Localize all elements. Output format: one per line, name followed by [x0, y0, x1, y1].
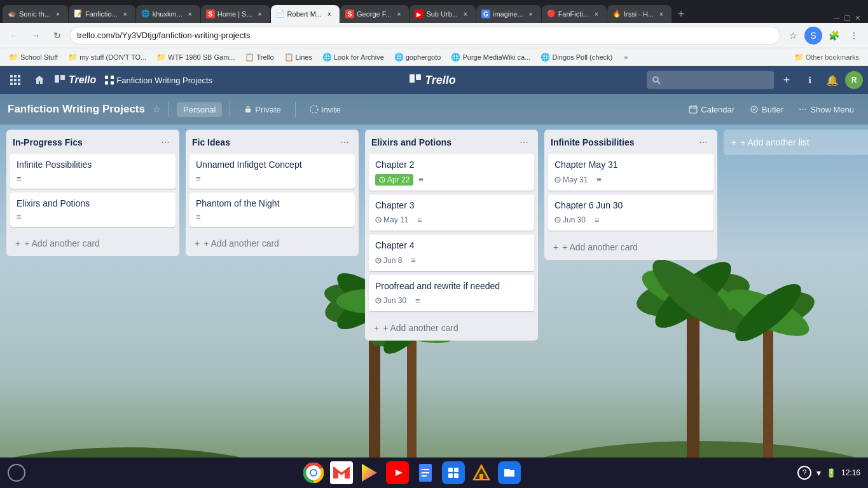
- bookmark-purge[interactable]: 🌐 Purge MediaWiki ca...: [447, 51, 534, 63]
- bookmark-button[interactable]: ☆: [784, 27, 802, 44]
- bookmark-gopher[interactable]: 🌐 gophergoto: [390, 51, 445, 63]
- list-menu-button-in-progress[interactable]: ···: [158, 135, 173, 150]
- tab-khuxkm[interactable]: 🌐 khuxkm... ×: [136, 5, 200, 23]
- system-clock: 12:16: [841, 468, 860, 477]
- tab-sonic[interactable]: 🦔 Sonic th... ×: [3, 5, 68, 23]
- show-menu-button[interactable]: ··· Show Menu: [792, 101, 860, 118]
- extension-button[interactable]: 🧩: [825, 27, 843, 44]
- private-tag[interactable]: Private: [238, 102, 287, 117]
- tab-robert[interactable]: 📄 Robert M... ×: [271, 5, 340, 23]
- taskbar-app6[interactable]: [442, 461, 465, 484]
- more-button[interactable]: ⋮: [845, 27, 863, 44]
- bookmark-trello[interactable]: 📋 Trello: [241, 51, 277, 63]
- help-circle[interactable]: ?: [797, 466, 811, 480]
- add-card-button-fic-ideas[interactable]: + + Add another card: [189, 234, 355, 252]
- folder-icon: 📁: [156, 53, 166, 62]
- taskbar-play[interactable]: [358, 461, 381, 484]
- search-bar[interactable]: [647, 71, 774, 89]
- list-menu-button-infinite[interactable]: ···: [696, 135, 711, 150]
- card-chapter-3[interactable]: Chapter 3 May 11 ≡: [369, 194, 534, 231]
- tab-title-imagine: imagine...: [493, 10, 523, 18]
- home-button[interactable]: [29, 70, 50, 90]
- tab-fanficti[interactable]: 🔴 FanFicti... ×: [542, 5, 607, 23]
- tab-close-fanficti[interactable]: ×: [591, 9, 602, 19]
- tab-close-sonic[interactable]: ×: [53, 9, 63, 19]
- card-title-chapter4: Chapter 4: [375, 240, 528, 252]
- new-tab-button[interactable]: +: [672, 5, 690, 23]
- svg-rect-6: [10, 83, 13, 85]
- tab-close-george[interactable]: ×: [394, 9, 404, 19]
- close-window-button[interactable]: ×: [855, 13, 860, 23]
- tab-imagine[interactable]: G imagine... ×: [476, 5, 541, 23]
- list-menu-button-fic-ideas[interactable]: ···: [337, 135, 352, 150]
- list-menu-button-elixirs[interactable]: ···: [516, 135, 532, 150]
- taskbar-youtube[interactable]: [386, 461, 409, 484]
- svg-rect-73: [454, 473, 458, 478]
- add-button[interactable]: +: [776, 70, 797, 90]
- add-another-list-button[interactable]: + + Add another list: [724, 130, 868, 155]
- tab-close-imagine[interactable]: ×: [526, 9, 536, 19]
- card-infinite-possibilities[interactable]: Infinite Possibilities ≡: [10, 154, 176, 189]
- board-star-button[interactable]: ☆: [153, 104, 161, 114]
- tab-home[interactable]: S Home | S... ×: [201, 5, 270, 23]
- notifications-button[interactable]: 🔔: [822, 70, 843, 90]
- minimize-button[interactable]: ─: [833, 13, 839, 23]
- info-button[interactable]: ℹ: [799, 70, 820, 90]
- personal-tag[interactable]: Personal: [177, 102, 222, 117]
- taskbar-chrome[interactable]: [302, 461, 325, 484]
- card-chapter-2[interactable]: Chapter 2 Apr 22 ≡: [369, 154, 534, 191]
- bookmark-wtf[interactable]: 📁 WTF 1980 SB Gam...: [153, 51, 238, 63]
- card-elixirs-potions[interactable]: Elixirs and Potions ≡: [10, 193, 176, 227]
- tab-close-robert[interactable]: ×: [324, 9, 334, 19]
- tab-irssi[interactable]: 🔥 Irssi - H... ×: [607, 5, 672, 23]
- trello-logo[interactable]: Trello: [53, 74, 96, 86]
- tab-sub[interactable]: ▶ Sub Urb... ×: [410, 5, 476, 23]
- bookmark-dingos[interactable]: 🌐 Dingos Poll (check): [537, 51, 616, 63]
- bookmark-school[interactable]: 📁 School Stuff: [5, 51, 62, 63]
- add-card-button-elixirs[interactable]: + + Add another card: [369, 319, 534, 337]
- tab-close-fanfiction[interactable]: ×: [120, 9, 130, 19]
- taskbar-files[interactable]: [498, 461, 521, 484]
- address-bar[interactable]: trello.com/b/Yy3VDtjg/fanfiction-writing…: [70, 27, 780, 44]
- maximize-button[interactable]: □: [844, 13, 850, 23]
- tab-close-khuxkm[interactable]: ×: [185, 9, 195, 19]
- card-phantom-night[interactable]: Phantom of the Night ≡: [189, 193, 355, 227]
- taskbar-docs[interactable]: [414, 461, 437, 484]
- taskbar-circle-button[interactable]: [8, 464, 25, 482]
- user-avatar[interactable]: R: [845, 71, 863, 89]
- add-card-button-in-progress[interactable]: + + Add another card: [10, 234, 176, 252]
- tab-fanfiction[interactable]: 📝 Fanfictio... ×: [69, 5, 135, 23]
- card-proofread[interactable]: Proofread and rewrite if needed Jun 30 ≡: [369, 275, 534, 312]
- bookmarks-overflow[interactable]: »: [624, 53, 628, 61]
- card-meta-unnamed: ≡: [196, 174, 348, 184]
- taskbar-gmail[interactable]: [330, 461, 353, 484]
- card-chapter-4[interactable]: Chapter 4 Jun 8 ≡: [369, 234, 534, 271]
- tab-close-sub[interactable]: ×: [460, 9, 471, 19]
- svg-rect-14: [105, 81, 108, 85]
- back-button[interactable]: ←: [5, 27, 23, 44]
- bookmark-lines[interactable]: 📋 Lines: [280, 51, 316, 63]
- tab-close-home[interactable]: ×: [255, 9, 265, 19]
- reload-button[interactable]: ↻: [48, 27, 66, 44]
- plus-icon4: +: [553, 242, 558, 252]
- bookmark-mystuff[interactable]: 📁 my stuff (DON'T TO...: [64, 51, 150, 63]
- butler-button[interactable]: Butler: [743, 102, 790, 117]
- tab-close-irssi[interactable]: ×: [656, 9, 666, 19]
- tab-george[interactable]: S George F... ×: [340, 5, 409, 23]
- bookmark-archive[interactable]: 🌐 Look for Archive: [319, 51, 388, 63]
- taskbar-vlc[interactable]: [470, 461, 493, 484]
- card-unnamed-infidget[interactable]: Unnamed Infidget Concept ≡: [189, 154, 355, 189]
- boards-button[interactable]: Fanfiction Writing Projects: [100, 70, 217, 90]
- add-card-button-infinite[interactable]: + + Add another card: [548, 238, 713, 256]
- bookmark-other[interactable]: 📁 Other bookmarks: [790, 51, 863, 63]
- card-chapter-6[interactable]: Chapter 6 Jun 30 Jun 30 ≡: [548, 194, 713, 231]
- grid-menu-button[interactable]: [5, 70, 25, 90]
- calendar-button[interactable]: Calendar: [682, 102, 741, 117]
- svg-rect-5: [18, 79, 20, 81]
- board-divider2: [230, 102, 230, 117]
- invite-button[interactable]: Invite: [303, 102, 347, 117]
- profile-button[interactable]: S: [804, 27, 822, 44]
- forward-button[interactable]: →: [27, 27, 45, 44]
- card-chapter-may31[interactable]: Chapter May 31 May 31 ≡: [548, 154, 713, 191]
- date-badge-chapter2: Apr 22: [375, 174, 413, 186]
